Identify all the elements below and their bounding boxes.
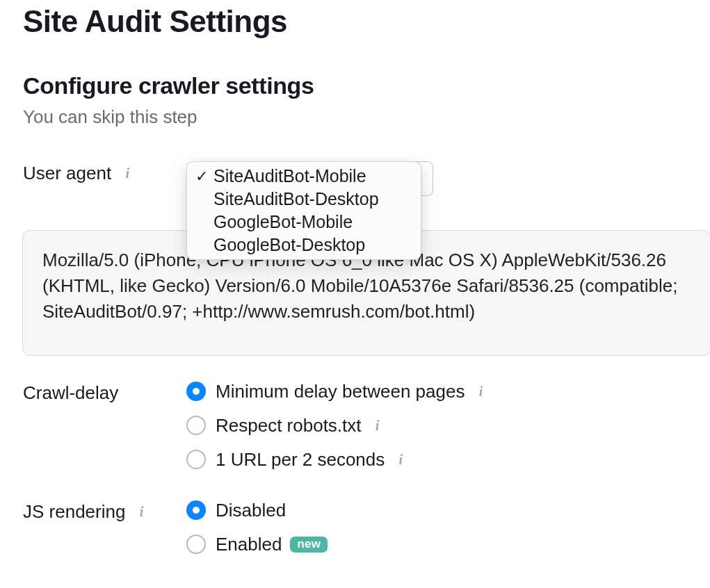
js-rendering-option-disabled[interactable]: Disabled: [186, 500, 710, 521]
user-agent-label: User agent: [23, 163, 111, 184]
new-badge: new: [290, 537, 328, 553]
radio-label-text: Enabled: [216, 534, 282, 555]
radio-label-text: Disabled: [216, 500, 286, 521]
radio-label-text: 1 URL per 2 seconds: [216, 449, 385, 471]
page-title: Site Audit Settings: [23, 4, 710, 39]
check-icon: ✓: [195, 168, 213, 186]
crawl-delay-option-minimum[interactable]: Minimum delay between pages i: [186, 381, 710, 402]
user-agent-option-siteauditbot-mobile[interactable]: ✓ SiteAuditBot-Mobile: [187, 165, 421, 188]
crawl-delay-label-group: Crawl-delay: [23, 381, 186, 404]
info-icon[interactable]: i: [134, 504, 149, 519]
dropdown-item-label: SiteAuditBot-Desktop: [213, 189, 379, 209]
radio-icon: [186, 416, 206, 435]
user-agent-option-googlebot-desktop[interactable]: GoogleBot-Desktop: [187, 234, 421, 256]
radio-icon: [186, 500, 206, 520]
info-icon[interactable]: i: [120, 166, 135, 181]
dropdown-item-label: GoogleBot-Desktop: [213, 235, 365, 255]
js-rendering-label-group: JS rendering i: [23, 500, 186, 523]
section-subtitle: You can skip this step: [23, 106, 710, 128]
js-rendering-option-enabled[interactable]: Enabled new: [186, 534, 710, 555]
info-icon[interactable]: i: [473, 384, 488, 399]
section-title: Configure crawler settings: [23, 72, 710, 99]
user-agent-label-group: User agent i: [23, 161, 186, 184]
crawl-delay-label: Crawl-delay: [23, 382, 118, 404]
info-icon[interactable]: i: [393, 452, 408, 467]
info-icon[interactable]: i: [370, 418, 385, 433]
user-agent-option-siteauditbot-desktop[interactable]: SiteAuditBot-Desktop: [187, 188, 421, 211]
dropdown-item-label: GoogleBot-Mobile: [213, 212, 353, 232]
js-rendering-label: JS rendering: [23, 501, 125, 523]
radio-label-text: Minimum delay between pages: [216, 381, 465, 402]
user-agent-dropdown: ✓ SiteAuditBot-Mobile SiteAuditBot-Deskt…: [186, 161, 421, 260]
radio-icon: [186, 450, 206, 469]
crawl-delay-option-1per2[interactable]: 1 URL per 2 seconds i: [186, 449, 710, 471]
radio-icon: [186, 534, 206, 554]
crawl-delay-option-robots[interactable]: Respect robots.txt i: [186, 415, 710, 436]
radio-icon: [186, 382, 206, 401]
user-agent-option-googlebot-mobile[interactable]: GoogleBot-Mobile: [187, 211, 421, 234]
radio-label-text: Respect robots.txt: [216, 415, 362, 436]
dropdown-item-label: SiteAuditBot-Mobile: [213, 166, 366, 186]
